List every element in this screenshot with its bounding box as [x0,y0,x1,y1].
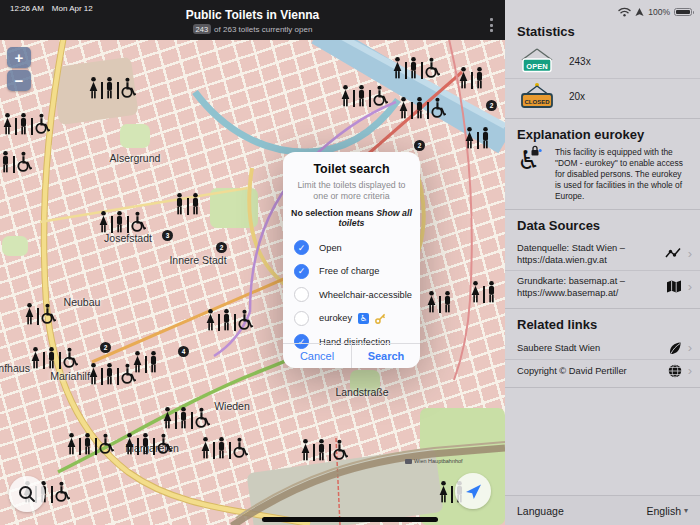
data-source-row-basemap[interactable]: Grundkarte: basemap.at – https://www.bas… [505,270,700,303]
filter-option-free-of-charge[interactable]: ✓Free of charge [283,259,420,283]
filter-option-label: Free of charge [319,266,379,276]
language-select[interactable]: English ▾ [647,505,688,517]
toilet-marker[interactable] [88,76,136,99]
chevron-right-icon: › [688,247,694,260]
toilet-marker[interactable] [0,150,32,173]
toilet-marker[interactable] [174,192,201,215]
district-label: Landstraße [335,386,388,398]
toilet-marker[interactable] [2,112,50,135]
sidebar-section-related-links: Related links Saubere Stadt Wien › Copyr… [505,313,700,388]
key-emoji-icon [375,313,386,324]
sidebar: 100% Statistics OPEN 243x CLOSED 20x Exp… [505,0,700,525]
chevron-down-icon: ▾ [684,506,688,515]
district-label: Innere Stadt [169,254,226,266]
checkbox-checked-icon[interactable]: ✓ [294,264,309,279]
toilet-marker[interactable] [162,406,210,429]
sidebar-section-data-sources: Data Sources Datenquelle: Stadt Wien – h… [505,214,700,309]
train-icon [405,459,412,464]
open-sign-icon: OPEN [517,46,557,76]
metro-station-badge: 2 [216,242,227,253]
sidebar-section-eurokey: Explanation eurokey ♿ This facility is e… [505,123,700,210]
zoom-in-button[interactable]: + [7,47,31,68]
toilet-marker[interactable] [464,126,491,149]
open-count-badge: 243 [193,24,212,34]
search-button[interactable]: Search [351,344,420,368]
metro-station-badge: 2 [100,342,111,353]
district-label: Fünfhaus [0,362,30,374]
toilet-marker[interactable] [30,346,78,369]
toilet-marker[interactable] [398,96,446,119]
toilet-marker[interactable] [98,210,146,233]
zoom-controls: + − [7,47,31,91]
language-bar: Language English ▾ [505,495,700,525]
location-icon [635,8,644,17]
chevron-right-icon: › [688,280,694,293]
toilet-marker[interactable] [200,436,248,459]
search-icon [17,484,37,504]
toilet-marker[interactable] [66,432,114,455]
checkbox-checked-icon[interactable]: ✓ [294,240,309,255]
filter-option-eurokey[interactable]: eurokey♿ [283,306,420,330]
statistics-heading: Statistics [505,20,700,44]
battery-icon [674,8,692,17]
toilet-marker[interactable] [340,84,388,107]
toilet-search-dialog: Toilet search Limit the toilets displaye… [283,152,420,368]
toilet-marker[interactable] [88,362,136,385]
toilet-marker[interactable] [426,290,453,313]
district-label: Alsergrund [110,152,161,164]
locate-me-button[interactable] [455,473,491,509]
filter-option-open[interactable]: ✓Open [283,236,420,260]
toilet-marker[interactable] [205,308,253,331]
sidebar-section-statistics: Statistics OPEN 243x CLOSED 20x [505,20,700,119]
overflow-menu-button[interactable] [485,16,497,34]
dialog-subtitle: Limit the toilets displayed to one or mo… [293,180,410,202]
data-source-label: Datenquelle: Stadt Wien – [517,243,625,253]
related-link-copyright[interactable]: Copyright © David Pertiller › [505,359,700,382]
related-links-heading: Related links [505,313,700,337]
district-label: Mariahilf [50,370,90,382]
dialog-note: No selection means Show all toilets [291,208,412,228]
toilet-filter-list[interactable]: ✓Open✓Free of chargeWheelchair-accessibl… [283,232,420,355]
checkbox-unchecked-icon[interactable] [294,287,309,302]
header-subtitle: 243of 263 toilets currently open [0,24,505,34]
chevron-right-icon: › [688,341,694,354]
wheelchair-emoji-icon: ♿ [358,313,369,324]
language-label: Language [517,505,564,517]
page-title: Public Toilets in Vienna [0,8,505,22]
data-source-url: https://data.wien.gv.at [517,255,607,265]
map-search-button[interactable] [9,476,45,512]
open-count: 243x [569,56,591,67]
line-chart-icon [665,247,682,260]
filter-option-wheelchair-accessible[interactable]: Wheelchair-accessible [283,283,420,307]
navigation-arrow-icon [464,482,483,501]
zoom-out-button[interactable]: − [7,70,31,91]
chevron-right-icon: › [688,364,694,377]
home-indicator[interactable] [262,517,438,522]
checkbox-unchecked-icon[interactable] [294,311,309,326]
toilet-marker[interactable] [458,66,485,89]
related-link-saubere-stadt[interactable]: Saubere Stadt Wien › [505,337,700,359]
toilet-marker[interactable] [392,56,440,79]
data-sources-heading: Data Sources [505,214,700,238]
toilet-marker[interactable] [300,438,348,461]
svg-text:CLOSED: CLOSED [524,99,550,105]
metro-station-badge: 2 [486,100,497,111]
dialog-buttons: Cancel Search [283,343,420,368]
map[interactable]: AlsergrundJosefstadtInnere StadtNeubauMa… [0,40,505,525]
globe-icon [668,364,682,378]
filter-option-label: Wheelchair-accessible [319,290,412,300]
toilet-marker[interactable] [132,350,159,373]
toilet-marker[interactable] [124,432,172,455]
metro-station-badge: 2 [414,140,425,151]
leaf-icon [668,341,682,355]
metro-station-badge: 3 [162,230,173,241]
app-header: 12:26 AM Mon Apr 12 Public Toilets in Vi… [0,0,505,40]
data-source-row-stadt-wien[interactable]: Datenquelle: Stadt Wien – https://data.w… [505,238,700,270]
toilet-marker[interactable] [24,302,56,325]
cancel-button[interactable]: Cancel [283,344,351,368]
district-label: Wieden [214,400,250,412]
related-link-label: Saubere Stadt Wien [517,342,662,354]
battery-percent: 100% [648,7,670,17]
eurokey-heading: Explanation eurokey [505,123,700,147]
toilet-marker[interactable] [470,280,497,303]
